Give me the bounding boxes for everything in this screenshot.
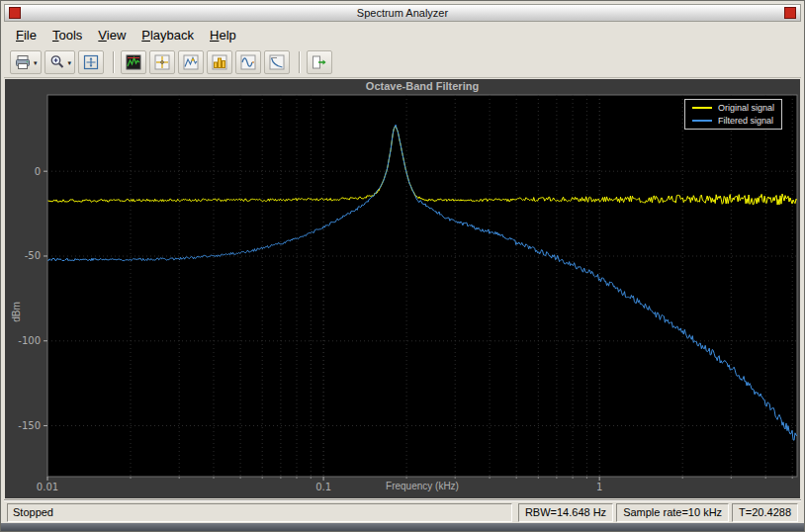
- spectrum-analyzer-window: Spectrum Analyzer FileToolsViewPlaybackH…: [0, 0, 805, 532]
- menubar: FileToolsViewPlaybackHelp: [4, 23, 801, 47]
- close-button[interactable]: [784, 7, 796, 19]
- menu-file[interactable]: File: [8, 24, 45, 46]
- playback-step-button[interactable]: [307, 50, 332, 74]
- legend[interactable]: Original signalFiltered signal: [684, 99, 782, 130]
- scale-to-fit-button-icon: [82, 53, 100, 71]
- cursor-measurements-button[interactable]: [149, 50, 175, 74]
- plot-title: Octave-Band Filtering: [47, 80, 797, 92]
- status-cells: RBW=14.648 HzSample rate=10 kHzT=20.4288: [515, 503, 798, 522]
- legend-line-swatch: [692, 107, 712, 109]
- spectrum-settings-button[interactable]: [121, 50, 146, 74]
- chevron-down-icon: ▾: [34, 59, 38, 66]
- legend-label: Original signal: [718, 103, 774, 113]
- cursor-measurements-button-icon: [153, 53, 171, 71]
- spectrum-chart[interactable]: 0.010.110-50-100-150: [5, 79, 800, 498]
- titlebar[interactable]: Spectrum Analyzer: [4, 4, 801, 22]
- status-message: Stopped: [7, 503, 512, 522]
- svg-text:-50: -50: [25, 250, 41, 261]
- legend-label: Filtered signal: [718, 116, 773, 126]
- export-dropdown[interactable]: ▾: [10, 50, 42, 74]
- toolbar: ▾▾: [4, 47, 801, 78]
- playback-step-button-icon: [311, 53, 328, 71]
- peak-finder-button-icon: [182, 53, 200, 71]
- window-title: Spectrum Analyzer: [357, 7, 448, 19]
- y-axis-label: dBm: [11, 293, 22, 332]
- chevron-down-icon: ▾: [68, 59, 72, 66]
- menu-view[interactable]: View: [90, 24, 134, 46]
- plot-region: 0.010.110-50-100-150 Octave-Band Filteri…: [5, 79, 800, 498]
- menu-help[interactable]: Help: [202, 24, 244, 46]
- svg-text:-150: -150: [18, 420, 41, 431]
- distortion-measurements-button[interactable]: [235, 50, 261, 74]
- window-bottom-edge: [1, 523, 804, 531]
- statusbar: Stopped RBW=14.648 HzSample rate=10 kHzT…: [4, 499, 801, 524]
- ccdf-measurements-button[interactable]: [264, 50, 290, 74]
- zoom-dropdown[interactable]: ▾: [45, 50, 76, 74]
- status-time: T=20.4288: [732, 503, 798, 522]
- svg-text:0: 0: [35, 166, 41, 177]
- status-sample-rate: Sample rate=10 kHz: [616, 503, 729, 522]
- ccdf-measurements-button-icon: [268, 53, 286, 71]
- scale-to-fit-button[interactable]: [78, 50, 104, 74]
- zoom-dropdown-icon: [48, 53, 66, 71]
- spectrum-settings-button-icon: [125, 53, 142, 71]
- menu-playback[interactable]: Playback: [134, 24, 202, 46]
- status-rbw: RBW=14.648 Hz: [518, 503, 613, 522]
- channel-measurements-button[interactable]: [207, 50, 232, 74]
- svg-text:-100: -100: [18, 335, 41, 346]
- export-dropdown-icon: [14, 53, 32, 71]
- toolbar-separator: [299, 51, 301, 73]
- legend-entry-0[interactable]: Original signal: [692, 103, 774, 113]
- toolbar-separator: [113, 51, 115, 73]
- window-menu-button[interactable]: [9, 7, 21, 19]
- peak-finder-button[interactable]: [178, 50, 204, 74]
- legend-entry-1[interactable]: Filtered signal: [692, 116, 774, 126]
- distortion-measurements-button-icon: [239, 53, 257, 71]
- legend-line-swatch: [692, 120, 712, 122]
- channel-measurements-button-icon: [211, 53, 228, 71]
- menu-tools[interactable]: Tools: [45, 24, 90, 46]
- x-axis-label: Frequency (kHz): [47, 481, 797, 491]
